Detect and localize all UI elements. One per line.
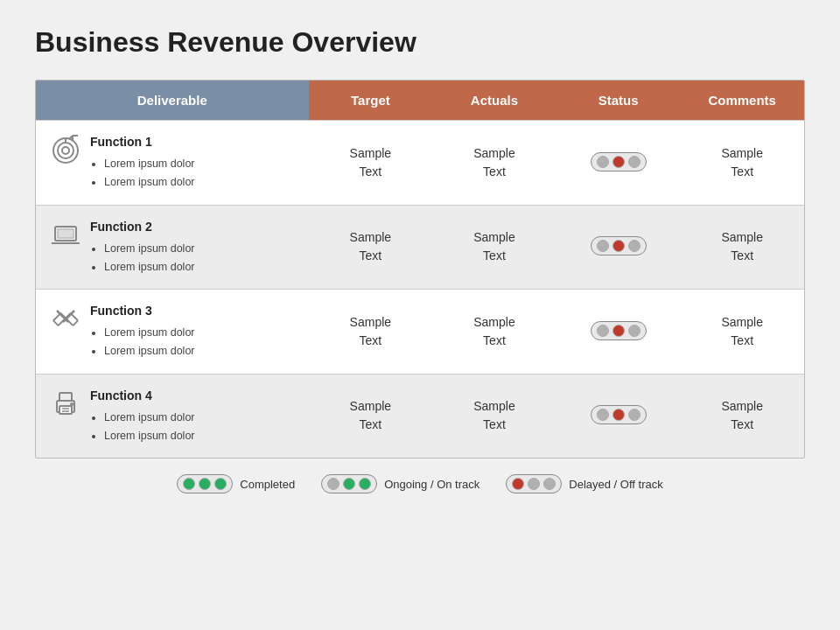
- legend-completed: Completed: [177, 474, 295, 494]
- dot-green: [214, 478, 227, 490]
- svg-point-1: [58, 143, 74, 158]
- deliverable-cell-2: Function 2Lorem ipsum dolorLorem ipsum d…: [36, 206, 309, 290]
- col-header-actuals: Actuals: [432, 80, 556, 120]
- function-title-3: Function 3: [90, 302, 195, 320]
- target-cell-3: Sample Text: [309, 301, 433, 362]
- function-icon-target: [50, 135, 81, 166]
- page-title: Business Revenue Overview: [35, 26, 416, 59]
- table-row: Function 1Lorem ipsum dolorLorem ipsum d…: [36, 120, 804, 205]
- bullet-item: Lorem ipsum dolor: [104, 240, 195, 258]
- function-icon-printer: [50, 388, 81, 420]
- bullet-item: Lorem ipsum dolor: [104, 342, 195, 360]
- main-table: Deliverable Target Actuals Status Commen…: [35, 80, 805, 458]
- deliverable-cell-4: Function 4Lorem ipsum dolorLorem ipsum d…: [36, 374, 309, 458]
- col-header-deliverable: Deliverable: [36, 80, 309, 120]
- traffic-dot-red: [612, 325, 625, 337]
- svg-rect-8: [58, 229, 74, 238]
- dot-green: [343, 478, 355, 490]
- deliverable-cell-3: Function 3Lorem ipsum dolorLorem ipsum d…: [36, 290, 309, 374]
- traffic-dot-grey: [597, 240, 609, 252]
- actuals-cell-1: Sample Text: [432, 132, 556, 193]
- traffic-dot-grey: [628, 409, 640, 421]
- status-cell-2: [556, 224, 681, 270]
- function-title-4: Function 4: [90, 387, 195, 405]
- traffic-dot-grey: [597, 156, 609, 168]
- col-header-comments: Comments: [680, 80, 804, 120]
- traffic-dot-grey: [597, 409, 609, 421]
- function-title-1: Function 1: [90, 133, 195, 151]
- traffic-dot-red: [612, 240, 625, 252]
- legend-completed-label: Completed: [240, 478, 295, 491]
- status-cell-4: [556, 393, 681, 438]
- comments-cell-1: Sample Text: [680, 132, 804, 193]
- legend-ongoing: Ongoing / On track: [321, 474, 480, 494]
- actuals-cell-4: Sample Text: [432, 385, 556, 446]
- svg-point-19: [70, 402, 74, 406]
- comments-cell-3: Sample Text: [680, 301, 804, 362]
- comments-cell-4: Sample Text: [680, 385, 804, 446]
- target-cell-2: Sample Text: [309, 216, 433, 277]
- traffic-dot-red: [612, 156, 625, 168]
- function-icon-laptop: [50, 220, 81, 251]
- table-header: Deliverable Target Actuals Status Commen…: [36, 80, 804, 120]
- dot-red: [512, 478, 524, 490]
- legend-ongoing-indicator: [321, 474, 377, 494]
- legend-delayed-label: Delayed / Off track: [569, 478, 662, 491]
- traffic-light-indicator: [591, 321, 647, 340]
- dot-green: [359, 478, 371, 490]
- function-title-2: Function 2: [90, 218, 195, 236]
- col-header-status: Status: [556, 80, 681, 120]
- status-cell-1: [556, 140, 681, 186]
- traffic-dot-grey: [597, 325, 609, 337]
- status-cell-3: [556, 309, 681, 354]
- svg-rect-15: [60, 393, 72, 401]
- legend-delayed-indicator: [506, 474, 562, 494]
- legend-completed-indicator: [177, 474, 233, 494]
- col-header-target: Target: [309, 80, 433, 120]
- table-row: Function 2Lorem ipsum dolorLorem ipsum d…: [36, 205, 804, 290]
- dot-green: [199, 478, 211, 490]
- comments-cell-2: Sample Text: [680, 216, 804, 277]
- dot-green: [183, 478, 195, 490]
- svg-point-2: [62, 147, 69, 154]
- traffic-dot-grey: [628, 156, 640, 168]
- svg-rect-10: [53, 313, 66, 326]
- bullet-item: Lorem ipsum dolor: [104, 324, 195, 342]
- traffic-light-indicator: [591, 236, 647, 256]
- bullet-item: Lorem ipsum dolor: [104, 155, 195, 173]
- dot-grey: [327, 478, 340, 490]
- legend-ongoing-label: Ongoing / On track: [384, 478, 480, 491]
- dot-grey: [543, 478, 556, 490]
- target-cell-1: Sample Text: [309, 132, 433, 193]
- traffic-dot-grey: [628, 325, 640, 337]
- target-cell-4: Sample Text: [309, 385, 433, 446]
- bullet-item: Lorem ipsum dolor: [104, 409, 195, 427]
- traffic-dot-grey: [628, 240, 640, 252]
- traffic-dot-red: [612, 409, 625, 421]
- function-icon-tools: [50, 304, 81, 335]
- deliverable-cell-1: Function 1Lorem ipsum dolorLorem ipsum d…: [36, 121, 309, 205]
- bullet-item: Lorem ipsum dolor: [104, 427, 195, 445]
- dot-grey: [528, 478, 540, 490]
- table-row: Function 3Lorem ipsum dolorLorem ipsum d…: [36, 289, 804, 374]
- bullet-item: Lorem ipsum dolor: [104, 173, 195, 192]
- table-row: Function 4Lorem ipsum dolorLorem ipsum d…: [36, 374, 804, 458]
- svg-rect-16: [60, 406, 72, 414]
- legend-delayed: Delayed / Off track: [506, 474, 662, 494]
- legend: Completed Ongoing / On track Delayed / O…: [35, 474, 805, 494]
- actuals-cell-3: Sample Text: [432, 301, 556, 362]
- bullet-item: Lorem ipsum dolor: [104, 258, 195, 276]
- actuals-cell-2: Sample Text: [432, 216, 556, 277]
- svg-rect-12: [66, 313, 78, 326]
- table-body: Function 1Lorem ipsum dolorLorem ipsum d…: [36, 120, 804, 458]
- traffic-light-indicator: [591, 152, 647, 172]
- traffic-light-indicator: [591, 405, 647, 424]
